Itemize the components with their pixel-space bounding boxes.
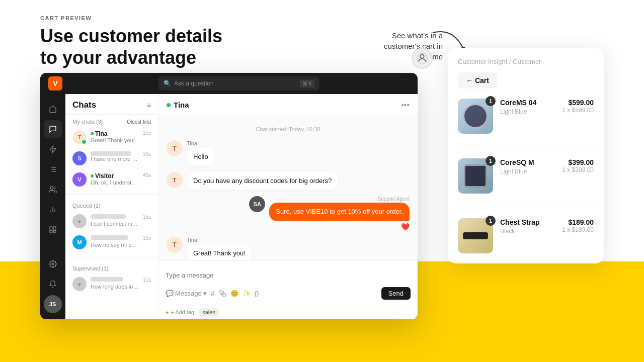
chat-preview-visitor: Oh, ok, I understand	[91, 179, 139, 186]
sort-dropdown[interactable]: Oldest first	[127, 119, 151, 125]
hash-tool[interactable]: #	[211, 290, 214, 297]
svg-rect-16	[53, 230, 56, 233]
chat-name-s1	[91, 277, 123, 282]
message-group-4: T Tina Great! Thank you!	[167, 237, 410, 260]
chat-content-visitor: Visitor Oh, ok, I understand	[91, 172, 139, 186]
chat-status-dot	[167, 103, 171, 107]
queued-label: Queued (2)	[72, 203, 101, 209]
item-unit-price-3: 1 x $189.00	[562, 226, 594, 233]
chat-time-tina: 15s	[143, 130, 151, 136]
message-label: Message	[175, 290, 202, 297]
search-placeholder: Ask a question	[174, 80, 214, 87]
chat-name-tina: Tina	[91, 130, 139, 137]
chat-item-2[interactable]: S I have one more question. Could... 30s	[65, 148, 158, 169]
agent-label: Support Agent	[269, 196, 410, 202]
item-image-wrap-3: 1	[458, 218, 493, 253]
main-heading: Use customer details to your advantage	[40, 25, 222, 68]
user-avatar-icon	[412, 48, 433, 69]
item-pricing-2: $399.00 1 x $399.00	[562, 158, 594, 173]
magic-tool[interactable]: ✨	[243, 290, 251, 297]
item-price-2: $399.00	[562, 158, 594, 166]
sidebar-icon-chart[interactable]	[44, 201, 62, 219]
message-input-area: 💬 Message ▾ # 📎 😊 ✨ {} Send	[158, 260, 418, 305]
add-tag-button[interactable]: + + Add tag	[166, 309, 194, 315]
item-badge-1: 1	[486, 96, 496, 106]
app-logo: V	[48, 76, 62, 90]
supervised-section: Supervised (1)	[65, 261, 158, 274]
chat-time-visitor: 45s	[143, 172, 151, 178]
item-pricing-3: $189.00 1 x $189.00	[562, 218, 594, 233]
queued-section: Queued (2)	[65, 199, 158, 211]
chat-item-q2[interactable]: M How no soy mi pedido en la tiéra... 15…	[65, 232, 158, 253]
svg-rect-15	[53, 227, 56, 229]
sidebar-icon-bell[interactable]	[44, 275, 62, 293]
chats-panel: Chats ≡ My chats (3) Oldest first T Tina	[65, 94, 158, 319]
msg-avatar-tina-2: T	[167, 172, 183, 188]
chat-preview-s1: How long does international ship...	[91, 284, 139, 290]
chat-preview-tina: Great! Thank you!	[91, 137, 139, 143]
chat-content-s1: How long does international ship...	[91, 277, 139, 290]
cart-item-3: 1 Chest Strap Black $189.00 1 x $189.00	[458, 218, 594, 253]
app-window: V 🔍 Ask a question ⌘ K	[40, 73, 418, 319]
sidebar-icon-home[interactable]	[44, 100, 62, 118]
svg-point-18	[52, 263, 54, 265]
filter-icon[interactable]: ≡	[147, 101, 151, 109]
chat-avatar-s1: ●	[72, 277, 87, 291]
sidebar-user-avatar[interactable]: JS	[44, 295, 62, 313]
item-variant-2: Light Blue	[500, 168, 555, 175]
msg-reaction: ❤️	[269, 223, 410, 231]
sidebar-icon-lightning[interactable]	[44, 140, 62, 158]
search-bar[interactable]: 🔍 Ask a question ⌘ K	[158, 76, 319, 90]
item-info-2: CoreSQ M Light Blue	[500, 158, 555, 175]
sidebar-icon-users[interactable]	[44, 180, 62, 199]
search-icon: 🔍	[164, 80, 171, 87]
attach-tool[interactable]: 📎	[218, 290, 226, 297]
chat-item-tina[interactable]: T Tina Great! Thank you! 15s	[65, 127, 158, 148]
msg-body-1: Tina Hello	[187, 140, 215, 166]
chat-preview-q2: How no soy mi pedido en la tiéra...	[91, 242, 139, 248]
sidebar-icon-settings[interactable]	[44, 255, 62, 273]
message-type-toggle[interactable]: 💬 Message ▾	[166, 290, 207, 297]
sidebar-icon-grid[interactable]	[44, 221, 62, 239]
msg-bubble-2: Do you have any discount codes for big o…	[187, 172, 338, 190]
sidebar-icon-list[interactable]	[44, 160, 62, 178]
item-image-wrap-2: 1	[458, 158, 493, 194]
item-variant-3: Black	[500, 228, 555, 235]
emoji-tool[interactable]: 😊	[230, 290, 238, 297]
item-image-wrap-1: 1	[458, 99, 493, 134]
chat-item-q1[interactable]: ● I can't connect my card... 15s	[65, 211, 158, 232]
messages-area: Chat started: Today, 10:38 T Tina Hello …	[158, 116, 418, 260]
chats-title: Chats	[72, 100, 96, 110]
chat-name-visitor: Visitor	[91, 172, 139, 179]
divider-1	[65, 194, 158, 195]
system-message: Chat started: Today, 10:38	[167, 124, 410, 134]
chat-item-s1[interactable]: ● How long does international ship... 11…	[65, 274, 158, 295]
item-info-3: Chest Strap Black	[500, 218, 555, 235]
msg-avatar-tina-4: T	[167, 237, 183, 253]
cart-items: 1 CoreMS 04 Light Blue $599.00 1 x $599.…	[458, 99, 594, 253]
chat-content-2: I have one more question. Could...	[91, 151, 139, 162]
search-shortcut: ⌘ K	[300, 80, 314, 87]
app-body: JS Chats ≡ My chats (3) Oldest first T	[40, 94, 418, 319]
code-tool[interactable]: {}	[255, 290, 259, 297]
cart-back-button[interactable]: ← Cart	[458, 72, 497, 88]
online-indicator	[91, 132, 94, 135]
item-pricing-1: $599.00 1 x $599.00	[562, 99, 594, 114]
svg-point-1	[420, 55, 424, 58]
item-price-1: $599.00	[562, 99, 594, 107]
send-button[interactable]: Send	[381, 287, 411, 300]
chat-item-visitor[interactable]: V Visitor Oh, ok, I understand 45s	[65, 169, 158, 190]
add-tag-icon: +	[166, 309, 169, 315]
svg-marker-3	[50, 146, 56, 152]
message-group-2: T Do you have any discount codes for big…	[167, 172, 410, 190]
chat-more-button[interactable]: •••	[401, 101, 410, 110]
chat-user-name: Tina	[167, 101, 189, 109]
chat-time-s1: 11s	[143, 277, 151, 283]
tag-sales[interactable]: sales	[198, 308, 219, 316]
item-unit-price-2: 1 x $399.00	[562, 166, 594, 173]
message-input[interactable]	[166, 266, 411, 284]
chat-time-q1: 15s	[143, 214, 151, 220]
sidebar-icon-chats[interactable]	[44, 120, 62, 138]
section-label: CART PREVIEW	[40, 15, 222, 21]
message-group-3: Support Agent Sure, use VIBE10 to get 10…	[167, 196, 410, 230]
